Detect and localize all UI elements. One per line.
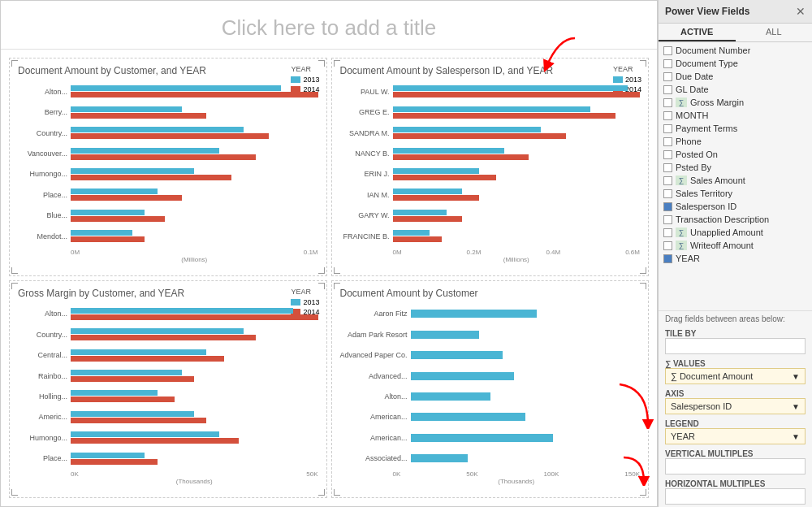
horizontal-multiples-dropbox[interactable] bbox=[665, 488, 806, 505]
field-checkbox-posted-on[interactable] bbox=[663, 150, 672, 159]
chart2-label-1: PAUL W. bbox=[340, 88, 390, 96]
field-checkbox-year[interactable] bbox=[663, 254, 672, 263]
list-item: ∑ Gross Margin bbox=[659, 96, 812, 109]
bar-2013 bbox=[71, 349, 206, 355]
chart1-xaxis-0: 0M bbox=[71, 249, 80, 256]
field-checkbox-unapplied[interactable] bbox=[663, 228, 672, 237]
bar-2013 bbox=[71, 148, 219, 154]
chart4-body: Aaron Fitz Adam Park Resort Advanced Pap… bbox=[340, 304, 641, 486]
table-row bbox=[393, 106, 641, 119]
field-checkbox-sales-amount[interactable] bbox=[663, 176, 672, 185]
field-checkbox-phone[interactable] bbox=[663, 137, 672, 146]
chart2-label-4: NANCY B. bbox=[340, 150, 390, 158]
chart1-title: Document Amount by Customer, and YEAR bbox=[18, 65, 318, 76]
list-item: ∑ Writeoff Amount bbox=[659, 239, 812, 252]
chart4-label-4: Advanced... bbox=[340, 372, 408, 380]
field-checkbox-salesperson-id[interactable] bbox=[663, 202, 672, 211]
drag-label: Drag fields between areas below: bbox=[659, 310, 812, 327]
tile-by-dropbox[interactable] bbox=[665, 338, 806, 354]
chart2-xaxis-2: 0.4M bbox=[546, 249, 560, 256]
chart2-xaxis-3: 0.6M bbox=[625, 249, 640, 256]
chart2-label-8: FRANCINE B. bbox=[340, 232, 390, 240]
field-name-writeoff: Writeoff Amount bbox=[690, 240, 754, 250]
axis-value: Salesperson ID bbox=[671, 401, 732, 411]
chart4-label-6: American... bbox=[340, 413, 408, 421]
field-checkbox-doc-number[interactable] bbox=[663, 46, 672, 55]
bar-single bbox=[411, 351, 503, 359]
chart3-label-7: Humongo... bbox=[18, 434, 67, 442]
chart4-label-2: Adam Park Resort bbox=[340, 331, 408, 339]
bar-2013 bbox=[71, 210, 145, 215]
chart2-xaxis-0: 0M bbox=[393, 249, 402, 256]
field-checkbox-psted-by[interactable] bbox=[663, 163, 672, 172]
vertical-multiples-label: VERTICAL MULTIPLES bbox=[665, 449, 806, 458]
table-row bbox=[71, 188, 318, 201]
field-checkbox-transaction-desc[interactable] bbox=[663, 215, 672, 224]
field-checkbox-doc-type[interactable] bbox=[663, 59, 672, 68]
bar-2013 bbox=[71, 168, 194, 174]
sidebar-tabs: ACTIVE ALL bbox=[659, 24, 812, 42]
tile-by-label: TILE BY bbox=[665, 329, 806, 338]
chart2-label-5: ERIN J. bbox=[340, 170, 390, 178]
chart4-panel: Document Amount by Customer bbox=[331, 280, 650, 499]
values-arrow-icon[interactable]: ▼ bbox=[792, 372, 800, 381]
horizontal-multiples-label: HORIZONTAL MULTIPLES bbox=[665, 479, 806, 488]
legend-dropbox[interactable]: YEAR ▼ bbox=[665, 428, 806, 444]
vertical-multiples-dropbox[interactable] bbox=[665, 458, 806, 474]
legend-value: YEAR bbox=[671, 431, 695, 441]
canvas-area: Click here to add a title Document Amoun… bbox=[0, 0, 658, 507]
field-checkbox-gl-date[interactable] bbox=[663, 85, 672, 94]
chart2-label-6: IAN M. bbox=[340, 191, 390, 199]
table-row bbox=[71, 127, 318, 139]
list-item: MONTH bbox=[659, 109, 812, 122]
field-checkbox-due-date[interactable] bbox=[663, 72, 672, 81]
chart1-year-label: YEAR bbox=[291, 65, 319, 73]
values-dropbox[interactable]: ∑ Document Amount ▼ bbox=[665, 368, 806, 384]
field-name-doc-type: Document Type bbox=[676, 58, 738, 68]
table-row bbox=[411, 372, 640, 380]
bar-2013 bbox=[393, 106, 591, 112]
chart1-panel: Document Amount by Customer, and YEAR YE… bbox=[9, 58, 327, 276]
axis-arrow-icon[interactable]: ▼ bbox=[792, 402, 800, 411]
chart4-bars-container: Aaron Fitz Adam Park Resort Advanced Pap… bbox=[340, 304, 641, 470]
vertical-multiples-section: VERTICAL MULTIPLES bbox=[659, 447, 812, 477]
field-checkbox-gross-margin[interactable] bbox=[663, 98, 672, 107]
chart1-label-7: Blue... bbox=[18, 211, 67, 219]
field-name-gl-date: GL Date bbox=[676, 84, 709, 94]
sigma-icon-4: ∑ bbox=[676, 240, 687, 250]
axis-dropbox[interactable]: Salesperson ID ▼ bbox=[665, 398, 806, 414]
chart4-label-7: American... bbox=[340, 434, 408, 442]
chart4-title: Document Amount by Customer bbox=[340, 288, 641, 299]
field-checkbox-sales-territory[interactable] bbox=[663, 189, 672, 198]
bar-2014 bbox=[71, 195, 182, 201]
bar-2014 bbox=[71, 396, 175, 402]
field-name-sales-territory: Sales Territory bbox=[676, 188, 732, 198]
chart2-year-label: YEAR bbox=[613, 65, 641, 73]
chart4-xaxis-2: 100K bbox=[544, 470, 559, 478]
chart1-xaxis-1: 0.1M bbox=[304, 249, 318, 256]
chart1-label-4: Vancouver... bbox=[18, 150, 67, 158]
tab-all[interactable]: ALL bbox=[736, 24, 813, 41]
chart3-label-6: Americ... bbox=[18, 413, 67, 421]
chart4-bars bbox=[411, 304, 640, 470]
field-checkbox-payment-terms[interactable] bbox=[663, 124, 672, 133]
red-arrow-1 bbox=[534, 34, 583, 78]
list-item: Sales Territory bbox=[659, 187, 812, 200]
field-name-phone: Phone bbox=[676, 136, 702, 146]
field-name-psted-by: Psted By bbox=[676, 162, 711, 172]
field-name-posted-on: Posted On bbox=[676, 150, 718, 159]
table-row bbox=[393, 127, 641, 139]
list-item: Posted On bbox=[659, 148, 812, 161]
field-checkbox-writeoff[interactable] bbox=[663, 241, 672, 250]
bar-2013 bbox=[393, 127, 542, 132]
bar-2013 bbox=[71, 127, 244, 132]
tab-active[interactable]: ACTIVE bbox=[659, 24, 736, 41]
list-item: Due Date bbox=[659, 70, 812, 83]
chart1-label-5: Humongo... bbox=[18, 170, 67, 178]
close-button[interactable]: ✕ bbox=[796, 5, 806, 18]
bar-2013 bbox=[71, 328, 244, 334]
table-row bbox=[71, 85, 318, 98]
bar-2014 bbox=[71, 335, 256, 340]
field-checkbox-month[interactable] bbox=[663, 111, 672, 120]
legend-arrow-icon[interactable]: ▼ bbox=[792, 432, 800, 441]
